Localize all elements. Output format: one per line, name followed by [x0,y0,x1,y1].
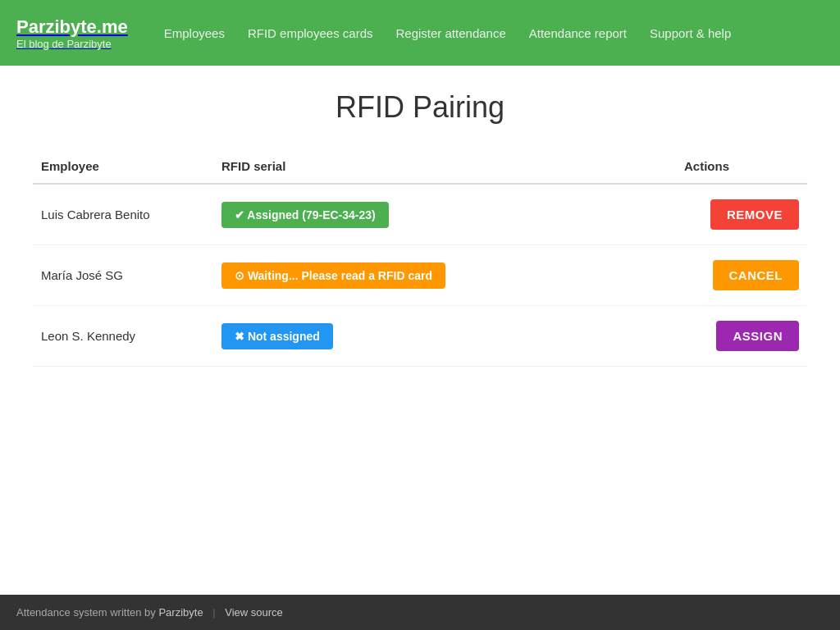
cancel-button[interactable]: CANCEL [713,260,800,290]
rfid-badge: ✔ Assigned (79-EC-34-23) [221,202,389,228]
footer-text: Attendance system written by [16,606,158,619]
nav-link-register-attendance[interactable]: Register attendance [385,18,518,48]
main-content: RFID Pairing Employee RFID serial Action… [0,66,840,595]
table-header: Employee RFID serial Actions [33,149,807,184]
table-body: Luis Cabrera Benito✔ Assigned (79-EC-34-… [33,184,807,367]
employee-name: María José SG [33,245,213,306]
nav-link-rfid-employees-cards[interactable]: RFID employees cards [236,18,385,48]
table-row: Leon S. Kennedy✖ Not assignedASSIGN [33,306,807,367]
nav-link-employees[interactable]: Employees [153,18,236,48]
remove-button[interactable]: REMOVE [710,199,799,230]
rfid-table: Employee RFID serial Actions Luis Cabrer… [33,149,807,367]
col-rfid: RFID serial [213,149,676,184]
rfid-status: ✖ Not assigned [213,306,676,367]
table-row: Luis Cabrera Benito✔ Assigned (79-EC-34-… [33,184,807,245]
brand-link[interactable]: Parzibyte.me El blog de Parzibyte [16,16,153,50]
rfid-badge: ⊙ Waiting... Please read a RFID card [221,262,445,289]
view-source-link[interactable]: View source [225,606,283,619]
footer-separator: | [212,606,218,619]
action-cell: ASSIGN [676,306,807,367]
nav-link-support-&-help[interactable]: Support & help [638,18,742,48]
action-cell: CANCEL [676,245,807,306]
nav-link-attendance-report[interactable]: Attendance report [518,18,638,48]
footer-author-link[interactable]: Parzibyte [158,606,203,619]
footer: Attendance system written by Parzibyte |… [0,595,840,630]
employee-name: Leon S. Kennedy [33,306,213,367]
assign-button[interactable]: ASSIGN [716,321,799,351]
brand-title: Parzibyte.me [16,16,128,38]
employee-name: Luis Cabrera Benito [33,184,213,245]
navbar: Parzibyte.me El blog de Parzibyte Employ… [0,0,840,66]
table-row: María José SG⊙ Waiting... Please read a … [33,245,807,306]
nav-links: EmployeesRFID employees cardsRegister at… [153,18,824,48]
rfid-badge: ✖ Not assigned [221,323,333,349]
page-title: RFID Pairing [33,90,807,125]
rfid-status: ⊙ Waiting... Please read a RFID card [213,245,676,306]
action-cell: REMOVE [676,184,807,245]
brand-subtitle: El blog de Parzibyte [16,38,128,50]
col-employee: Employee [33,149,213,184]
rfid-status: ✔ Assigned (79-EC-34-23) [213,184,676,245]
col-actions: Actions [676,149,807,184]
